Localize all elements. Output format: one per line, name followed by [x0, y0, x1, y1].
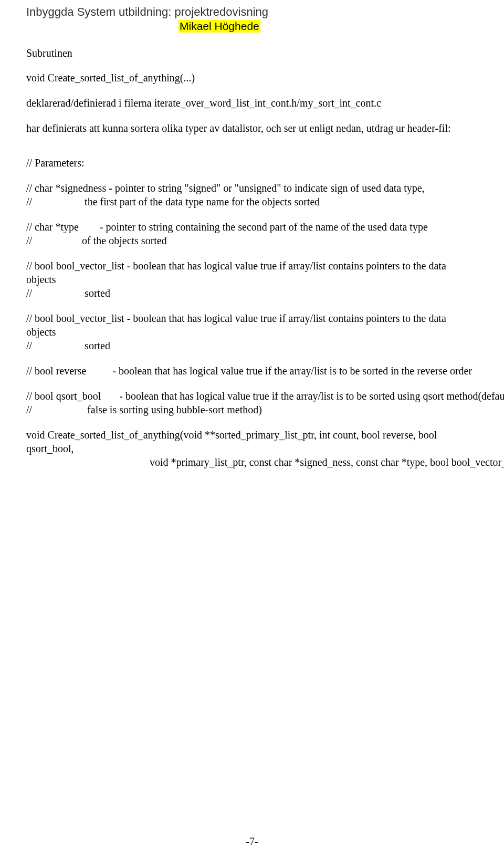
param-reverse-line: // bool reverse - boolean that has logic… — [26, 364, 478, 378]
param-type-line-1: // char *type - pointer to string contai… — [26, 220, 478, 234]
param-qsort-line-1: // bool qsort_bool - boolean that has lo… — [26, 389, 478, 403]
page-number: -7- — [246, 836, 258, 848]
param-bool-vector-2a: // bool bool_vector_list - boolean that … — [26, 311, 478, 339]
signature-line-1: void Create_sorted_list_of_anything(void… — [26, 428, 478, 455]
param-type-line-2: // of the objects sorted — [26, 234, 478, 247]
declared-in-line: deklarerad/definierad i filerna iterate_… — [26, 96, 478, 110]
param-bool-vector-1b: // sorted — [26, 286, 478, 300]
parameters-header: // Parameters: — [26, 156, 478, 170]
function-name-line: void Create_sorted_list_of_anything(...) — [26, 71, 478, 85]
page-header-title: Inbyggda System utbildning: projektredov… — [26, 5, 478, 19]
param-signedness-line-2: // the first part of the data type name … — [26, 195, 478, 208]
param-bool-vector-1a: // bool bool_vector_list - boolean that … — [26, 259, 478, 286]
author-highlight: Mikael Höghede — [178, 20, 260, 33]
signature-line-2: void *primary_list_ptr, const char *sign… — [26, 455, 478, 469]
param-signedness-line-1: // char *signedness - pointer to string … — [26, 181, 478, 195]
param-bool-vector-2b: // sorted — [26, 339, 478, 352]
subroutine-heading: Subrutinen — [26, 47, 478, 59]
purpose-paragraph: har definierats att kunna sortera olika … — [26, 121, 478, 135]
param-qsort-line-2: // false is sorting using bubble-sort me… — [26, 403, 478, 416]
author-line: Mikael Höghede — [26, 20, 478, 33]
